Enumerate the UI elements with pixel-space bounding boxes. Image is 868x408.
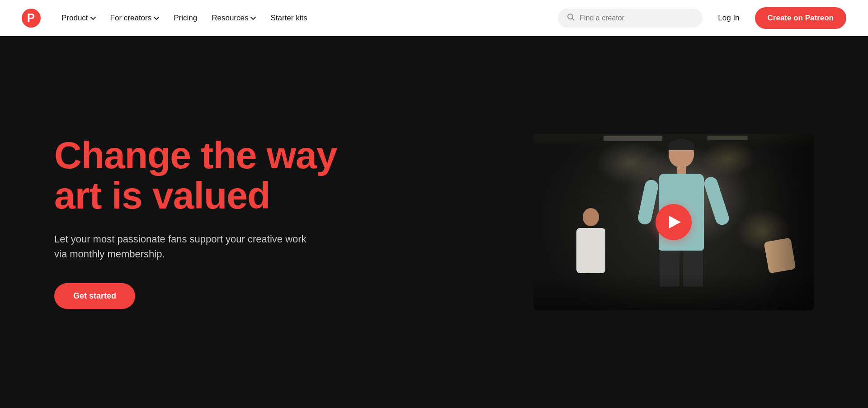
video-thumbnail[interactable] — [533, 134, 814, 310]
hero-title: Change the way art is valued — [54, 135, 337, 215]
search-bar[interactable] — [558, 9, 703, 28]
hero-subtitle: Let your most passionate fans support yo… — [54, 232, 307, 261]
seated-head — [583, 208, 599, 226]
nav-item-resources[interactable]: Resources — [205, 9, 262, 27]
chevron-down-icon-2 — [154, 15, 159, 21]
nav-item-pricing[interactable]: Pricing — [167, 9, 203, 27]
chevron-down-icon — [90, 15, 96, 21]
right-fade — [760, 134, 814, 310]
nav-label-pricing: Pricing — [174, 14, 197, 23]
nav-label-for-creators: For creators — [110, 14, 152, 23]
nav-label-product: Product — [61, 14, 88, 23]
nav-item-for-creators[interactable]: For creators — [104, 9, 166, 27]
seated-body — [576, 228, 605, 273]
nav-item-starter-kits[interactable]: Starter kits — [264, 9, 313, 27]
nav-item-product[interactable]: Product — [55, 9, 102, 27]
logo[interactable]: P — [22, 9, 41, 28]
hero-section: Change the way art is valued Let your mo… — [0, 36, 868, 408]
search-icon — [567, 13, 575, 23]
create-on-patreon-button[interactable]: Create on Patreon — [755, 7, 846, 29]
neck — [677, 167, 686, 174]
navbar: P Product For creators Pricing Resources — [0, 0, 868, 36]
hair — [669, 139, 694, 150]
svg-text:P: P — [27, 11, 35, 24]
main-head — [669, 139, 694, 167]
play-icon — [669, 216, 681, 228]
nav-label-starter-kits: Starter kits — [270, 14, 307, 23]
play-button[interactable] — [656, 204, 692, 240]
chevron-down-icon-3 — [250, 15, 256, 21]
nav-label-resources: Resources — [212, 14, 248, 23]
search-input[interactable] — [580, 14, 693, 22]
hero-content: Change the way art is valued Let your mo… — [54, 135, 337, 308]
hero-video-area — [373, 134, 814, 310]
nav-links: Product For creators Pricing Resources S… — [55, 9, 558, 27]
get-started-button[interactable]: Get started — [54, 283, 135, 309]
person-seated — [573, 208, 609, 285]
login-button[interactable]: Log In — [712, 9, 745, 27]
nav-right: Log In Create on Patreon — [558, 7, 846, 29]
